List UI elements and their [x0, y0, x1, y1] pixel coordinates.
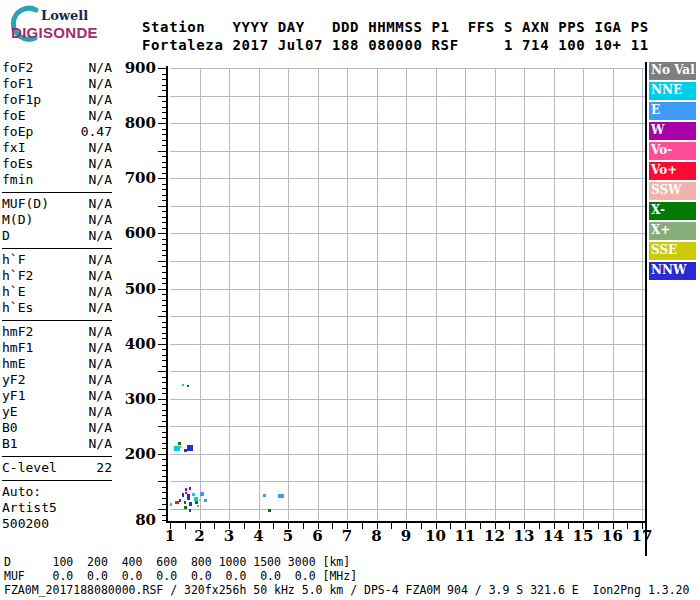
parameter-row: yEN/A: [2, 404, 112, 420]
y-minor-tick: [162, 294, 166, 295]
legend-item: No Val: [649, 62, 696, 80]
horizontal-gridline: [170, 178, 645, 179]
parameter-value: N/A: [89, 60, 112, 76]
y-minor-tick: [162, 195, 166, 196]
y-minor-tick: [162, 189, 166, 190]
x-axis-tick-label: 10: [423, 528, 449, 544]
logo-product-text: DIGISONDE: [11, 24, 98, 41]
parameter-row: hmF2N/A: [2, 324, 112, 340]
y-major-tick: [158, 426, 166, 427]
y-minor-tick: [162, 156, 166, 157]
parameter-value: N/A: [89, 76, 112, 92]
y-minor-tick: [162, 244, 166, 245]
x-axis-tick-label: 14: [541, 528, 567, 544]
y-axis-tick-label: 700: [114, 170, 156, 186]
legend-item-label: SSW: [651, 183, 682, 197]
y-minor-tick: [162, 118, 166, 119]
y-minor-tick: [162, 228, 166, 229]
y-minor-tick: [162, 107, 166, 108]
y-major-tick: [158, 481, 166, 482]
parameter-value: N/A: [89, 156, 112, 172]
y-minor-tick: [162, 184, 166, 185]
legend-item-label: W: [651, 123, 664, 137]
y-major-tick: [158, 123, 166, 124]
parameter-label: B0: [2, 420, 18, 436]
legend-item: W: [649, 122, 696, 140]
horizontal-gridline: [170, 344, 645, 345]
y-minor-tick: [162, 498, 166, 499]
vertical-gridline: [259, 68, 260, 520]
vertical-gridline: [465, 68, 466, 520]
vertical-gridline: [495, 68, 496, 520]
data-point: [182, 493, 184, 497]
parameter-divider: [2, 456, 112, 457]
parameter-label: fxI: [2, 140, 25, 156]
legend-item: E: [649, 102, 696, 120]
lowell-digisonde-logo: Lowell DIGISONDE: [4, 2, 124, 48]
legend-item: NNE: [649, 82, 696, 100]
parameter-row: foF1N/A: [2, 76, 112, 92]
y-minor-tick: [162, 311, 166, 312]
parameter-label: h`Es: [2, 300, 33, 316]
legend-item: Vo-: [649, 142, 696, 160]
data-point: [189, 502, 192, 506]
parameter-label: foF2: [2, 60, 33, 76]
parameter-row: yF2N/A: [2, 372, 112, 388]
y-minor-tick: [162, 393, 166, 394]
legend-item: X-: [649, 202, 696, 220]
y-minor-tick: [162, 437, 166, 438]
legend-item-label: X-: [651, 203, 665, 217]
status-line: FZA0M_2017188080000.RSF / 320fx256h 50 k…: [4, 584, 689, 597]
x-axis-tick-label: 8: [364, 528, 390, 544]
y-minor-tick: [162, 283, 166, 284]
parameter-row: DN/A: [2, 228, 112, 244]
parameter-row: yF1N/A: [2, 388, 112, 404]
x-axis-tick-label: 13: [511, 528, 537, 544]
parameter-value: N/A: [89, 340, 112, 356]
x-axis-tick-label: 9: [393, 528, 419, 544]
y-major-tick: [158, 261, 166, 262]
y-minor-tick: [162, 112, 166, 113]
y-minor-tick: [162, 366, 166, 367]
x-axis-tick-label: 4: [246, 528, 272, 544]
parameter-value: 0.47: [81, 124, 112, 140]
data-point: [182, 384, 184, 386]
y-minor-tick: [162, 145, 166, 146]
parameter-value: N/A: [89, 228, 112, 244]
y-major-tick: [158, 68, 166, 69]
parameter-label: h`E: [2, 284, 25, 300]
vertical-gridline: [200, 68, 201, 520]
horizontal-gridline: [170, 289, 645, 290]
parameter-value: N/A: [89, 92, 112, 108]
parameter-value: N/A: [89, 140, 112, 156]
y-minor-tick: [162, 327, 166, 328]
parameter-label: foF1: [2, 76, 33, 92]
y-minor-tick: [162, 448, 166, 449]
y-minor-tick: [162, 421, 166, 422]
legend-item-label: SSE: [651, 243, 677, 257]
data-point: [175, 501, 179, 504]
legend-item-label: Vo-: [651, 143, 672, 157]
y-axis-tick-label: 300: [114, 391, 156, 407]
parameter-row: foF2N/A: [2, 60, 112, 76]
data-point: [187, 385, 189, 387]
parameter-label: D: [2, 228, 10, 244]
horizontal-gridline: [170, 316, 645, 317]
vertical-gridline: [583, 68, 584, 520]
parameter-value: N/A: [89, 108, 112, 124]
parameter-value: N/A: [89, 372, 112, 388]
parameter-row: M(D)N/A: [2, 212, 112, 228]
y-minor-tick: [162, 90, 166, 91]
y-minor-tick: [162, 278, 166, 279]
data-point: [195, 501, 198, 504]
parameter-row: h`EsN/A: [2, 300, 112, 316]
vertical-gridline: [554, 68, 555, 520]
parameter-row: hmEN/A: [2, 356, 112, 372]
parameter-value: N/A: [89, 284, 112, 300]
parameter-row: B0N/A: [2, 420, 112, 436]
legend-item: SSE: [649, 242, 696, 260]
y-minor-tick: [162, 222, 166, 223]
y-minor-tick: [162, 129, 166, 130]
horizontal-gridline: [170, 151, 645, 152]
vertical-gridline: [436, 68, 437, 520]
